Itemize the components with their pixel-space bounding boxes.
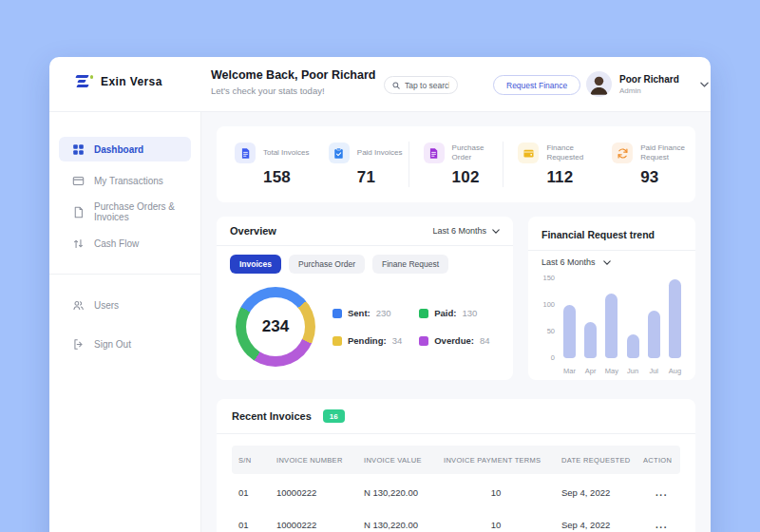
x-tick-label: Jul [647,367,661,375]
overview-card: Overview Last 6 Months InvoicesPurchase … [217,217,513,380]
column-header-date-requested: DATE REQUESTED [555,456,636,465]
trend-period-value: Last 6 Months [542,257,596,267]
purchase-orders-icon [72,206,85,218]
chevron-down-icon[interactable] [700,82,709,87]
y-tick-label: 100 [538,300,555,309]
recent-invoices-header: Recent Invoices 16 [217,399,695,434]
stat-value: 158 [263,168,314,187]
tab-purchase-order[interactable]: Purchase Order [289,255,365,274]
sidebar-item-my-transactions[interactable]: My Transactions [59,168,191,193]
invoices-donut-chart: 234 [236,287,315,367]
stat-label: Purchase Order [452,143,504,162]
request-finance-button[interactable]: Request Finance [493,75,580,95]
user-menu[interactable]: Poor Richard Admin [586,71,709,97]
legend-label: Sent: [348,308,370,318]
sidebar-secondary-nav: UsersSign Out [49,293,200,356]
cash-flow-icon [72,238,85,250]
dashboard-icon [72,143,85,156]
recent-invoices-card: Recent Invoices 16 S/NINVOICE NUMBERINVO… [217,399,695,532]
cell-invoice-number: 10000222 [270,520,357,530]
app-window: Exin Versa Welcome Back, Poor Richard Le… [49,57,711,532]
legend-value: 84 [480,335,490,346]
sidebar-item-purchase-orders-invoices[interactable]: Purchase Orders & Invoices [59,200,191,224]
x-tick-label: Jun [626,367,640,375]
column-header-s-n: S/N [232,456,270,465]
welcome-subtitle: Let's check your stats today! [211,86,375,96]
column-header-invoice-value: INVOICE VALUE [357,456,437,465]
overview-period-value: Last 6 Months [432,226,486,236]
stat-label: Paid Invoices [357,148,403,158]
legend-label: Overdue: [434,335,474,346]
recent-invoices-title: Recent Invoices [232,410,312,422]
table-row: 0110000222N 130,220.0010Sep 4, 2022... [232,479,680,506]
trend-bar-chart: MarAprMayJunJulAug 050100150 [538,271,686,377]
sidebar-item-label: My Transactions [94,176,163,186]
trend-period-select[interactable]: Last 6 Months [542,257,682,267]
legend-label: Paid: [434,308,456,318]
stat-value: 102 [452,168,504,187]
financial-request-trend-card: Financial Request trend Last 6 Months Ma… [528,217,695,380]
invoices-table-header: S/NINVOICE NUMBERINVOICE VALUEINVOICE PA… [232,446,680,474]
table-row: 0110000222N 130,220.0010Sep 4, 2022... [232,511,680,532]
brand-logo-icon [76,74,93,89]
stat-finance-requested: Finance Requested112 [503,142,598,187]
bar-x-labels: MarAprMayJunJulAug [562,367,682,375]
sign-out-icon [72,338,85,351]
sidebar-item-label: Sign Out [94,339,131,350]
stat-label: Finance Requested [546,143,598,162]
cell-invoice-value: N 130,220.00 [357,520,437,530]
tab-finane-request[interactable]: Finane Request [372,255,448,274]
sidebar-item-users[interactable]: Users [59,293,191,317]
legend-swatch [332,309,342,318]
tab-invoices[interactable]: Invoices [230,255,281,274]
overview-period-select[interactable]: Last 6 Months [432,226,500,236]
search-icon [392,82,400,89]
search-input[interactable] [405,81,449,90]
brand-logo[interactable]: Exin Versa [76,74,162,89]
invoices-table: S/NINVOICE NUMBERINVOICE VALUEINVOICE PA… [232,446,680,532]
search-box[interactable] [384,76,458,94]
x-tick-label: Aug [668,367,682,375]
sidebar-divider [49,274,200,275]
sidebar-item-cash-flow[interactable]: Cash Flow [59,231,191,256]
stat-paid-finance-request: Paid Finance Request93 [598,142,692,187]
bar-mar [562,305,577,358]
legend-swatch [419,336,428,346]
invoice-icon [235,142,256,163]
legend-value: 130 [462,308,477,318]
donut-legend: Sent:230Paid:130Pending:34Overdue:84 [332,308,490,346]
column-header-invoice-number: INVOICE NUMBER [270,456,357,465]
invoices-table-body: 0110000222N 130,220.0010Sep 4, 2022...01… [232,479,680,532]
cell-date-requested: Sep 4, 2022 [555,520,636,530]
x-tick-label: Mar [562,367,577,375]
row-actions-button[interactable]: ... [636,487,680,498]
finance-requested-icon [518,142,539,163]
cell-payment-terms: 10 [437,487,555,498]
welcome-block: Welcome Back, Poor Richard Let's check y… [211,68,375,96]
row-actions-button[interactable]: ... [636,520,680,530]
cell-date-requested: Sep 4, 2022 [555,487,636,498]
cell-payment-terms: 10 [437,520,555,530]
paid-finance-icon [612,142,633,163]
sidebar-item-sign-out[interactable]: Sign Out [59,332,191,356]
sidebar-primary-nav: DashboardMy TransactionsPurchase Orders … [49,137,200,256]
sidebar-item-dashboard[interactable]: Dashboard [59,137,191,162]
legend-sent: Sent:230 [332,308,402,318]
legend-pending: Pending:34 [332,335,402,346]
chevron-down-icon [492,229,500,234]
trend-title: Financial Request trend [542,229,655,240]
stat-value: 93 [640,168,692,187]
donut-row: 234 Sent:230Paid:130Pending:34Overdue:84 [217,278,513,367]
chevron-down-icon [603,260,611,265]
legend-swatch [419,309,428,318]
y-tick-label: 50 [538,327,555,335]
brand-name: Exin Versa [101,75,162,88]
purchase-order-icon [424,142,445,163]
cell-sn: 01 [232,520,270,530]
stat-value: 71 [357,168,408,187]
legend-paid: Paid:130 [419,308,489,318]
bar-apr [583,322,598,358]
sidebar-item-label: Purchase Orders & Invoices [94,201,187,222]
user-name: Poor Richard [619,74,679,85]
x-tick-label: Apr [583,367,598,375]
